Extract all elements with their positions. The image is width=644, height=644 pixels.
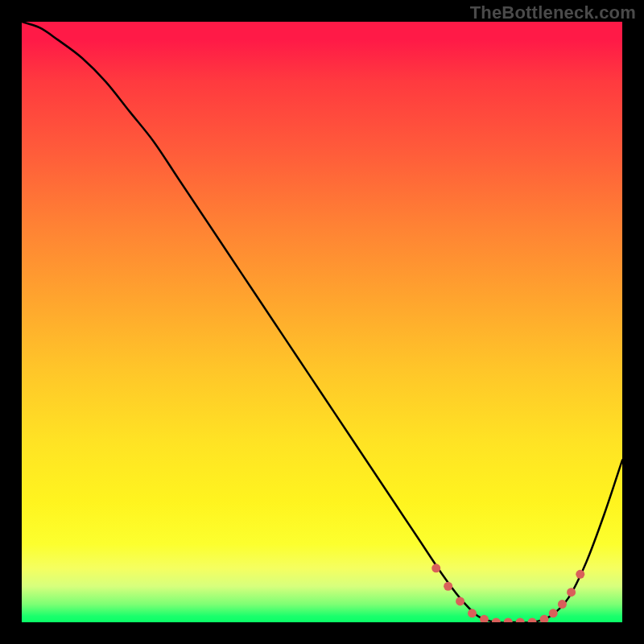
marker-dot xyxy=(444,582,452,591)
marker-dot xyxy=(492,618,501,623)
marker-dot xyxy=(480,615,489,622)
marker-dot xyxy=(528,618,537,623)
marker-dot xyxy=(468,609,477,617)
marker-dot xyxy=(504,618,513,623)
watermark-text: TheBottleneck.com xyxy=(470,2,636,23)
marker-dot xyxy=(567,588,576,597)
marker-dot xyxy=(540,615,549,622)
plot-area xyxy=(22,22,622,622)
marker-dot xyxy=(431,564,440,572)
marker-dot xyxy=(558,600,567,609)
marker-dot xyxy=(549,609,558,617)
chart-container: TheBottleneck.com xyxy=(0,0,644,644)
marker-dot xyxy=(576,570,584,579)
bottleneck-curve xyxy=(22,22,622,622)
marker-dot xyxy=(516,618,525,623)
chart-svg xyxy=(22,22,622,622)
marker-dot xyxy=(456,597,464,605)
